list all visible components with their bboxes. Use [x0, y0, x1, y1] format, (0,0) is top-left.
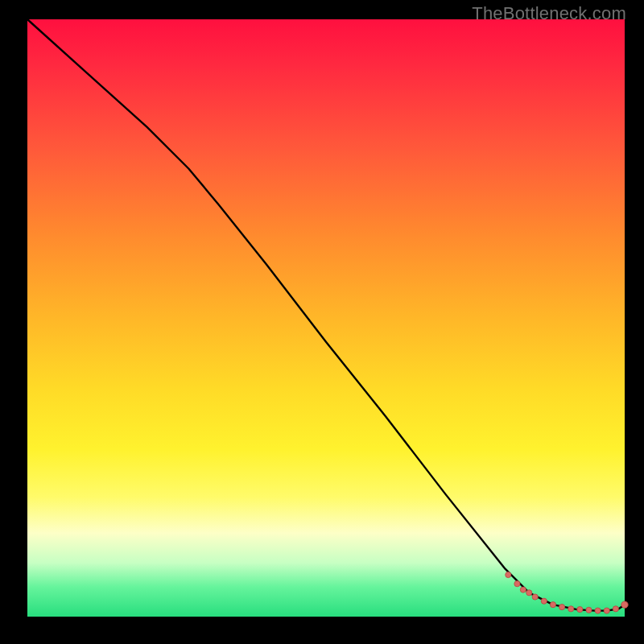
marker-dot	[541, 598, 547, 604]
marker-dot	[550, 602, 555, 608]
marker-dot	[621, 601, 628, 608]
curve-line	[27, 19, 625, 611]
marker-dot	[559, 605, 564, 610]
marker-dot	[586, 607, 592, 613]
chart-frame: TheBottleneck.com	[0, 0, 644, 644]
marker-dot	[604, 608, 609, 613]
chart-overlay	[27, 19, 625, 617]
marker-dot	[506, 572, 511, 577]
marker-dot	[514, 581, 520, 587]
marker-dot	[520, 587, 526, 592]
marker-dot	[595, 608, 601, 613]
marker-dot	[526, 590, 532, 596]
marker-dot	[568, 606, 574, 612]
marker-dot	[532, 594, 538, 600]
marker-dot	[577, 607, 583, 613]
marker-dot	[613, 606, 618, 612]
